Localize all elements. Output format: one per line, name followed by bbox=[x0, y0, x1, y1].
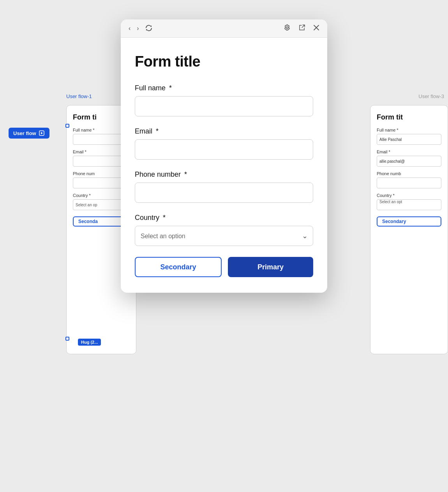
email-required: * bbox=[156, 127, 159, 135]
hug-badge: Hug (2... bbox=[78, 339, 101, 346]
close-button[interactable] bbox=[312, 24, 321, 33]
svg-point-1 bbox=[286, 27, 288, 29]
country-required: * bbox=[163, 214, 166, 221]
phone-field: Phone number * bbox=[135, 170, 313, 203]
forward-button[interactable]: › bbox=[135, 25, 140, 32]
chrome-nav: ‹ › bbox=[127, 24, 154, 33]
full-name-required: * bbox=[169, 84, 172, 92]
back-button[interactable]: ‹ bbox=[127, 25, 132, 32]
full-name-label: Full name * bbox=[135, 84, 313, 92]
selection-handle-tl bbox=[65, 124, 69, 128]
phone-input[interactable] bbox=[135, 183, 313, 203]
chrome-actions bbox=[282, 23, 321, 33]
right-field-label-1: Full name * bbox=[377, 128, 441, 132]
full-name-input[interactable] bbox=[135, 96, 313, 116]
modal-window: ‹ › bbox=[121, 19, 327, 293]
right-field-input-1: Allie Paschal bbox=[377, 134, 441, 145]
form-content: Form title Full name * Email * bbox=[121, 38, 327, 293]
email-field: Email * bbox=[135, 127, 313, 160]
play-icon bbox=[39, 130, 45, 136]
user-flow-tag[interactable]: User flow bbox=[9, 128, 49, 139]
country-select[interactable]: Select an option United States United Ki… bbox=[135, 226, 313, 246]
right-card-title: Form tit bbox=[377, 113, 441, 121]
primary-button[interactable]: Primary bbox=[228, 257, 313, 277]
country-field: Country * Select an option United States… bbox=[135, 214, 313, 246]
right-field-label-4: Country * bbox=[377, 193, 441, 198]
external-link-button[interactable] bbox=[297, 23, 307, 33]
right-field-input-3 bbox=[377, 177, 441, 188]
canvas: Form ti Full name * Email * Phone num Co… bbox=[0, 0, 448, 492]
email-label: Email * bbox=[135, 127, 313, 135]
form-title: Form title bbox=[135, 53, 313, 70]
selection-handle-bl bbox=[65, 337, 69, 341]
right-background-card: Form tit Full name * Allie Paschal Email… bbox=[370, 105, 448, 354]
secondary-button[interactable]: Secondary bbox=[135, 257, 222, 277]
right-field-select: Select an opt bbox=[377, 199, 441, 210]
settings-button[interactable] bbox=[282, 23, 292, 33]
reload-button[interactable] bbox=[144, 24, 154, 33]
phone-required: * bbox=[184, 170, 187, 178]
email-input[interactable] bbox=[135, 139, 313, 160]
country-select-wrapper: Select an option United States United Ki… bbox=[135, 226, 313, 246]
country-label: Country * bbox=[135, 214, 313, 222]
form-buttons: Secondary Primary bbox=[135, 257, 313, 277]
user-flow-label-left: User flow-1 bbox=[66, 93, 92, 99]
user-flow-tag-label: User flow bbox=[13, 130, 36, 136]
full-name-field: Full name * bbox=[135, 84, 313, 116]
right-field-input-2: allie.paschal@ bbox=[377, 156, 441, 167]
window-chrome: ‹ › bbox=[121, 19, 327, 38]
right-field-label-2: Email * bbox=[377, 149, 441, 154]
right-field-label-3: Phone numb bbox=[377, 171, 441, 176]
right-secondary-button: Secondary bbox=[377, 216, 441, 227]
user-flow-label-right: User flow-3 bbox=[418, 93, 444, 99]
phone-label: Phone number * bbox=[135, 170, 313, 179]
